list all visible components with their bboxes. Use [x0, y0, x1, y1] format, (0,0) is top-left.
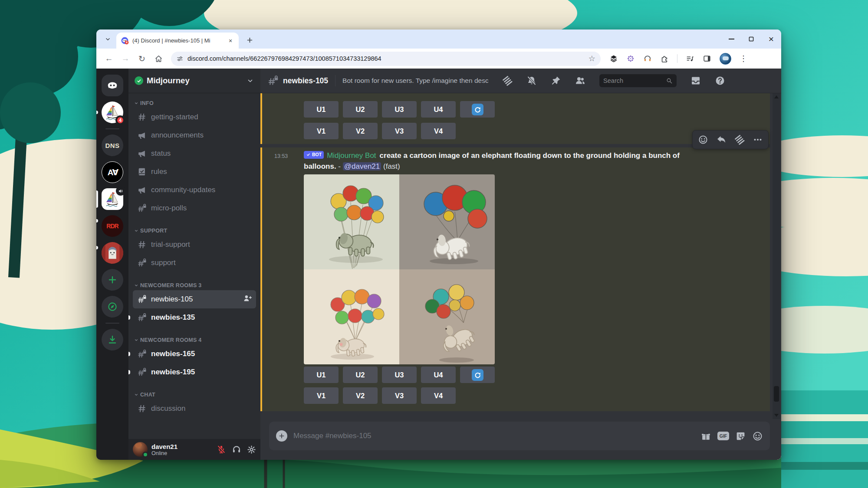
section-info[interactable]: INFO: [134, 100, 255, 106]
v1-button[interactable]: V1: [304, 123, 339, 139]
server-icon-dns[interactable]: DNS: [102, 134, 123, 156]
channel-micro-polls[interactable]: micro-polls: [133, 199, 256, 217]
member-list-icon[interactable]: [575, 75, 585, 86]
forward-button[interactable]: →: [119, 52, 132, 65]
threads-icon[interactable]: [502, 75, 513, 86]
channel-support[interactable]: support: [133, 254, 256, 272]
server-icon-rdr[interactable]: RDR: [102, 215, 123, 237]
headphones-icon[interactable]: [232, 445, 241, 454]
server-header[interactable]: Midjourney: [128, 69, 260, 93]
u2-button[interactable]: U2: [343, 367, 378, 383]
v1-button[interactable]: V1: [304, 387, 339, 404]
new-tab-button[interactable]: [245, 35, 254, 45]
section-support[interactable]: SUPPORT: [134, 228, 255, 234]
u1-button[interactable]: U1: [304, 367, 339, 383]
u3-button[interactable]: U3: [382, 367, 417, 383]
window-close-button[interactable]: ×: [761, 29, 781, 49]
u4-button[interactable]: U4: [421, 101, 456, 118]
u4-button[interactable]: U4: [421, 367, 456, 383]
more-actions-icon[interactable]: [753, 134, 763, 145]
channel-topic[interactable]: Bot room for new users. Type /imagine th…: [342, 77, 488, 85]
sticker-icon[interactable]: [735, 431, 746, 442]
u3-button[interactable]: U3: [382, 101, 417, 118]
mic-muted-icon[interactable]: [217, 445, 226, 454]
inbox-icon[interactable]: [690, 75, 701, 86]
notifications-muted-icon[interactable]: [526, 75, 537, 86]
u1-button[interactable]: U1: [304, 101, 339, 118]
server-icon-midjourney-dm[interactable]: 4: [102, 102, 123, 123]
window-maximize-button[interactable]: [741, 29, 761, 49]
media-controls-icon[interactable]: [686, 54, 694, 63]
gift-icon[interactable]: [700, 431, 711, 442]
chat-scrollbar[interactable]: [773, 93, 780, 419]
help-icon[interactable]: [715, 75, 725, 86]
username[interactable]: daven21: [151, 443, 178, 450]
window-minimize-button[interactable]: [721, 29, 741, 49]
extension-headphones-icon[interactable]: [643, 54, 652, 63]
back-button[interactable]: ←: [102, 52, 115, 65]
section-chat[interactable]: CHAT: [134, 392, 255, 398]
channel-newbies-165[interactable]: newbies-165: [133, 345, 256, 363]
browser-menu-kebab-icon[interactable]: ⋮: [740, 54, 747, 63]
home-button[interactable]: [152, 52, 165, 65]
browser-titlebar[interactable]: 4 (4) Discord | #newbies-105 | Mi × ×: [96, 29, 781, 49]
server-icon-aa[interactable]: A∀: [102, 161, 123, 183]
channel-newbies-195[interactable]: newbies-195: [133, 363, 256, 381]
scroll-down-arrow[interactable]: [774, 414, 779, 417]
invite-people-icon[interactable]: [243, 294, 252, 305]
v3-button[interactable]: V3: [382, 123, 417, 139]
u2-button[interactable]: U2: [343, 101, 378, 118]
midjourney-image-grid[interactable]: [304, 174, 495, 364]
browser-profile-avatar[interactable]: [720, 53, 731, 65]
v3-button[interactable]: V3: [382, 387, 417, 404]
pinned-messages-icon[interactable]: [551, 75, 561, 86]
channel-newbies-135[interactable]: newbies-135: [133, 308, 256, 327]
channel-status[interactable]: status: [133, 144, 256, 163]
add-server-button[interactable]: [102, 269, 123, 291]
reload-button[interactable]: ↻: [135, 52, 148, 65]
v2-button[interactable]: V2: [343, 123, 378, 139]
server-icon-midjourney-selected[interactable]: [102, 188, 123, 210]
url-text[interactable]: discord.com/channels/662267976984297473/…: [187, 55, 585, 62]
tab-close-button[interactable]: ×: [227, 37, 234, 45]
extensions-puzzle-icon[interactable]: [660, 54, 669, 63]
extension-layers-icon[interactable]: [609, 54, 618, 63]
message-placeholder[interactable]: Message #newbies-105: [293, 432, 694, 440]
side-panel-icon[interactable]: [703, 54, 711, 63]
attach-plus-icon[interactable]: [276, 430, 287, 442]
reroll-button[interactable]: [460, 101, 495, 118]
extension-flower-icon[interactable]: [626, 54, 635, 63]
channel-discussion[interactable]: discussion: [133, 400, 256, 418]
section-newcomer-rooms-3[interactable]: NEWCOMER ROOMS 3: [134, 282, 255, 288]
reply-icon[interactable]: [716, 134, 727, 145]
address-bar[interactable]: discord.com/channels/662267976984297473/…: [171, 52, 601, 66]
tab-search-button[interactable]: [103, 35, 112, 43]
channel-announcements[interactable]: announcements: [133, 126, 256, 144]
settings-gear-icon[interactable]: [247, 445, 256, 454]
reroll-button[interactable]: [460, 367, 495, 383]
message-author[interactable]: Midjourney Bot: [327, 151, 376, 160]
create-thread-icon[interactable]: [734, 134, 745, 145]
server-icon-ghost[interactable]: [102, 242, 123, 264]
channel-getting-started[interactable]: getting-started: [133, 108, 256, 126]
site-info-icon[interactable]: [176, 55, 184, 62]
v4-button[interactable]: V4: [421, 123, 456, 139]
discord-home-button[interactable]: [102, 75, 123, 96]
scrollbar-thumb[interactable]: [774, 386, 779, 402]
gif-picker-button[interactable]: GIF: [717, 432, 729, 440]
browser-tab[interactable]: 4 (4) Discord | #newbies-105 | Mi ×: [116, 33, 239, 49]
server-menu-chevron-icon[interactable]: [246, 77, 254, 85]
bookmark-star-icon[interactable]: ☆: [589, 54, 595, 63]
search-input[interactable]: Search: [599, 74, 677, 87]
message-input[interactable]: Message #newbies-105 GIF: [269, 422, 770, 450]
explore-servers-button[interactable]: [102, 296, 123, 318]
scroll-up-arrow[interactable]: [774, 95, 779, 98]
emoji-icon[interactable]: [752, 431, 763, 442]
channel-trial-support[interactable]: trial-support: [133, 236, 256, 254]
user-mention[interactable]: @daven21: [343, 162, 381, 170]
channel-rules[interactable]: rules: [133, 163, 256, 181]
v2-button[interactable]: V2: [343, 387, 378, 404]
v4-button[interactable]: V4: [421, 387, 456, 404]
section-newcomer-rooms-4[interactable]: NEWCOMER ROOMS 4: [134, 337, 255, 343]
user-avatar[interactable]: [133, 442, 148, 457]
